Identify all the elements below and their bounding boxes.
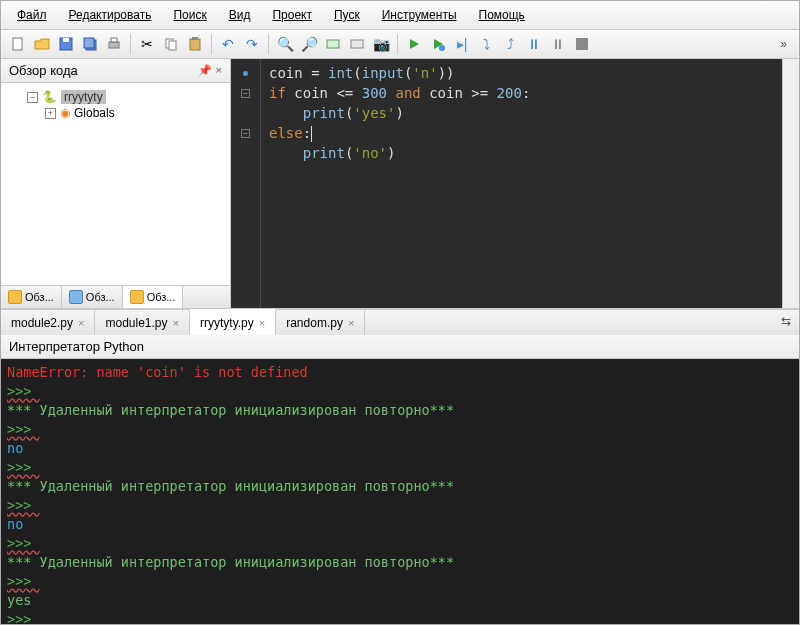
open-file-button[interactable] — [31, 33, 53, 55]
tree-root[interactable]: − 🐍 rryytyty — [9, 89, 222, 105]
new-file-button[interactable] — [7, 33, 29, 55]
collapse-icon[interactable]: − — [27, 92, 38, 103]
sidebar-tab-3[interactable]: Обз... — [123, 286, 184, 308]
svg-rect-6 — [111, 38, 117, 42]
tree-child-globals[interactable]: + ◉ Globals — [9, 105, 222, 121]
cut-button[interactable]: ✂ — [136, 33, 158, 55]
editor-tab-rryytyty[interactable]: rryytyty.py× — [190, 309, 276, 335]
svg-rect-4 — [84, 38, 94, 48]
close-tab-icon[interactable]: × — [173, 317, 179, 329]
step-over-button[interactable]: ▸| — [451, 33, 473, 55]
menu-view[interactable]: Вид — [221, 5, 259, 25]
find-button[interactable]: 🔍 — [274, 33, 296, 55]
menu-search[interactable]: Поиск — [165, 5, 214, 25]
editor-tab-module2[interactable]: module2.py× — [1, 310, 95, 335]
save-all-button[interactable] — [79, 33, 101, 55]
editor-scrollbar[interactable] — [782, 59, 799, 308]
sidebar-tab-2[interactable]: Обз... — [62, 286, 123, 308]
paste-button[interactable] — [184, 33, 206, 55]
editor-gutter[interactable]: − − — [231, 59, 261, 308]
close-icon[interactable]: × — [216, 64, 222, 77]
toolbar-overflow-button[interactable]: » — [774, 37, 793, 51]
sidebar-tabs: Обз... Обз... Обз... — [1, 285, 230, 308]
code-editor[interactable]: − − coin = int(input('n'))if coin <= 300… — [231, 59, 799, 308]
python-icon: 🐍 — [42, 90, 57, 104]
redo-button[interactable]: ↷ — [241, 33, 263, 55]
svg-rect-5 — [109, 42, 119, 48]
editor-area: − − coin = int(input('n'))if coin <= 300… — [231, 59, 799, 308]
svg-rect-10 — [192, 37, 198, 40]
fold-icon[interactable]: − — [241, 129, 250, 138]
menu-file[interactable]: Файл — [9, 5, 55, 25]
svg-rect-11 — [327, 40, 339, 48]
uncomment-button[interactable] — [346, 33, 368, 55]
interpreter-title: Интерпретатор Python — [9, 339, 144, 354]
find-next-button[interactable]: 🔎 — [298, 33, 320, 55]
comment-button[interactable] — [322, 33, 344, 55]
step-out-button[interactable]: ⤴ — [499, 33, 521, 55]
svg-rect-2 — [63, 38, 69, 42]
copy-button[interactable] — [160, 33, 182, 55]
pin-icon[interactable]: 📌 — [198, 64, 212, 77]
sidebar: Обзор кода 📌 × − 🐍 rryytyty + ◉ Globals … — [1, 59, 231, 308]
menu-edit[interactable]: Редактировать — [61, 5, 160, 25]
editor-tab-random[interactable]: random.py× — [276, 310, 365, 335]
menu-project[interactable]: Проект — [264, 5, 320, 25]
sidebar-title: Обзор кода — [9, 63, 78, 78]
step-into-button[interactable]: ⤵ — [475, 33, 497, 55]
sidebar-header: Обзор кода 📌 × — [1, 59, 230, 83]
breakpoint-button[interactable]: ⏸ — [523, 33, 545, 55]
svg-rect-8 — [169, 41, 176, 50]
menu-run[interactable]: Пуск — [326, 5, 368, 25]
debug-button[interactable] — [427, 33, 449, 55]
code-content[interactable]: coin = int(input('n'))if coin <= 300 and… — [261, 59, 782, 308]
svg-rect-0 — [13, 38, 22, 50]
svg-rect-14 — [576, 38, 588, 50]
svg-point-13 — [439, 45, 445, 51]
close-tab-icon[interactable]: × — [348, 317, 354, 329]
pause-button[interactable]: ⏸ — [547, 33, 569, 55]
editor-tab-module1[interactable]: module1.py× — [95, 310, 189, 335]
save-button[interactable] — [55, 33, 77, 55]
interpreter-console[interactable]: NameError: name 'coin' is not defined>>>… — [1, 359, 799, 624]
tree-view[interactable]: − 🐍 rryytyty + ◉ Globals — [1, 83, 230, 285]
sidebar-tab-1[interactable]: Обз... — [1, 286, 62, 308]
toolbar: ✂ ↶ ↷ 🔍 🔎 📷 ▸| ⤵ ⤴ ⏸ ⏸ » — [1, 30, 799, 59]
close-tab-icon[interactable]: × — [259, 317, 265, 329]
menu-tools[interactable]: Инструменты — [374, 5, 465, 25]
print-button[interactable] — [103, 33, 125, 55]
menu-help[interactable]: Помощь — [471, 5, 533, 25]
fold-icon[interactable]: − — [241, 89, 250, 98]
stop-button[interactable] — [571, 33, 593, 55]
close-tab-icon[interactable]: × — [78, 317, 84, 329]
menu-bar: Файл Редактировать Поиск Вид Проект Пуск… — [1, 1, 799, 30]
tabs-overflow-button[interactable]: ⇆ — [773, 310, 799, 335]
run-button[interactable] — [403, 33, 425, 55]
svg-rect-12 — [351, 40, 363, 48]
editor-tabs: module2.py× module1.py× rryytyty.py× ran… — [1, 309, 799, 335]
interpreter-header: Интерпретатор Python — [1, 335, 799, 359]
globals-icon: ◉ — [60, 106, 70, 120]
svg-rect-9 — [190, 39, 200, 50]
expand-icon[interactable]: + — [45, 108, 56, 119]
main-area: Обзор кода 📌 × − 🐍 rryytyty + ◉ Globals … — [1, 59, 799, 309]
undo-button[interactable]: ↶ — [217, 33, 239, 55]
breakpoint-marker-icon[interactable] — [243, 71, 248, 76]
screenshot-button[interactable]: 📷 — [370, 33, 392, 55]
